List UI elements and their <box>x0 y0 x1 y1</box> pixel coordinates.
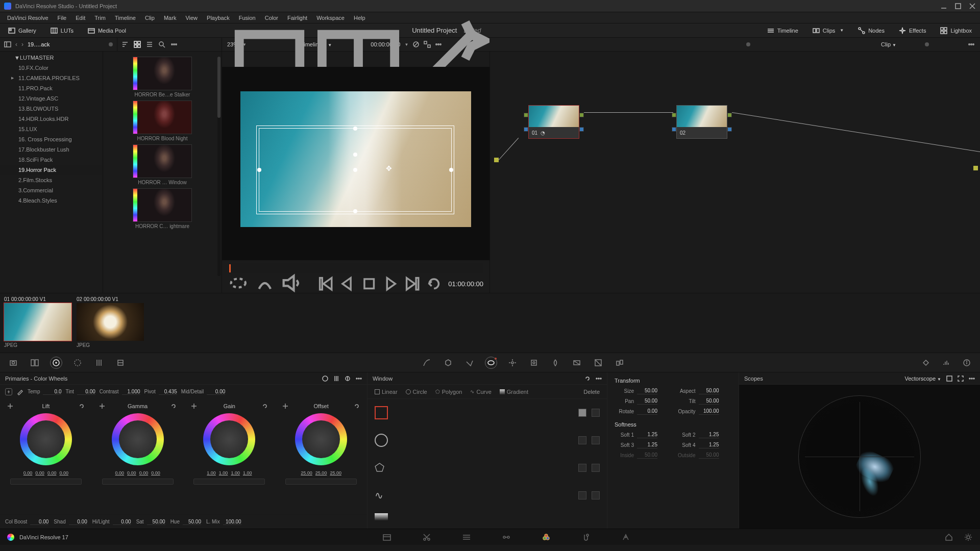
wheel-values[interactable]: 25.0025.0025.00 <box>301 470 341 475</box>
tab-curve[interactable]: ∿Curve <box>467 387 494 396</box>
reset-window-icon[interactable] <box>584 375 591 382</box>
temp-value[interactable]: 0.0 <box>43 389 61 395</box>
picker-icon[interactable] <box>7 403 13 409</box>
folder-item[interactable]: 2.Film.Stocks <box>0 175 103 185</box>
source-port[interactable] <box>494 158 499 162</box>
motion-effects-icon[interactable] <box>116 359 125 367</box>
rgb-mixer-icon[interactable] <box>95 359 103 367</box>
grid-view-icon[interactable] <box>134 41 141 48</box>
maximize-button[interactable] <box>954 3 962 10</box>
mask-toggle[interactable] <box>578 436 586 444</box>
node-out-port[interactable] <box>727 113 732 117</box>
reset-wheel-icon[interactable] <box>354 403 360 409</box>
nav-fwd-icon[interactable]: › <box>21 41 23 48</box>
effects-button[interactable]: Effects <box>896 25 929 36</box>
color-match-icon[interactable] <box>31 359 39 367</box>
output-port[interactable] <box>973 166 978 170</box>
auto-balance-icon[interactable] <box>5 388 12 395</box>
mediapool-button[interactable]: Media Pool <box>85 25 129 36</box>
scrollbar-handle[interactable] <box>217 57 220 118</box>
panel-view-icon[interactable] <box>4 41 11 48</box>
folder-item[interactable]: 18.SciFi Pack <box>0 155 103 165</box>
viewer-image[interactable]: ✥ <box>240 91 471 227</box>
node-alpha-out[interactable] <box>727 127 732 132</box>
menu-timeline[interactable]: Timeline <box>111 13 140 22</box>
jog-wheel[interactable] <box>10 479 82 485</box>
nodes-button[interactable]: Nodes <box>855 25 888 36</box>
breadcrumb[interactable]: 19.…ack <box>28 41 50 47</box>
jog-wheel[interactable] <box>285 479 357 485</box>
lightbox-button[interactable]: Lightbox <box>937 25 975 36</box>
contrast-value[interactable]: 1.000 <box>122 389 140 395</box>
menu-file[interactable]: File <box>54 13 71 22</box>
more-scopes-icon[interactable] <box>969 375 975 382</box>
colboost-value[interactable]: 0.00 <box>30 519 48 525</box>
lut-thumb[interactable]: HORROR … Window <box>133 144 192 185</box>
camera-raw-icon[interactable] <box>9 359 17 367</box>
tab-linear[interactable]: Linear <box>372 387 401 396</box>
play-icon[interactable] <box>382 275 399 292</box>
soft2-value[interactable]: 1.25 <box>699 431 719 438</box>
node-in-port[interactable] <box>524 113 528 117</box>
folder-item[interactable]: 16. Cross Processing <box>0 134 103 144</box>
soft3-value[interactable]: 1.25 <box>637 441 657 448</box>
reset-wheel-icon[interactable] <box>79 403 85 409</box>
jog-wheel[interactable] <box>102 479 174 485</box>
window-item-curve[interactable]: ∿ <box>368 482 607 509</box>
waveform-icon[interactable] <box>942 359 950 367</box>
keyframe-mode-icon[interactable] <box>922 359 930 367</box>
folder-item[interactable]: 10.FX.Color <box>0 63 103 73</box>
hilight-value[interactable]: 0.00 <box>113 519 131 525</box>
menu-clip[interactable]: Clip <box>141 13 159 22</box>
node-alpha-in[interactable] <box>524 127 528 132</box>
folder-item[interactable]: LUTMASTER <box>0 53 103 63</box>
scope-mode-dropdown[interactable]: Vectorscope ▼ <box>904 375 941 382</box>
color-warper-icon[interactable] <box>444 359 452 367</box>
color-wheel[interactable] <box>203 413 255 465</box>
picker-icon[interactable] <box>99 403 105 409</box>
wheel-values[interactable]: 0.000.000.000.00 <box>23 470 68 475</box>
loop-icon[interactable] <box>426 275 442 292</box>
scrollbar[interactable] <box>217 57 220 276</box>
bars-mode-icon[interactable] <box>333 375 339 382</box>
folder-item[interactable]: 12.Vintage.ASC <box>0 93 103 104</box>
folder-item[interactable]: 11.CAMERA.PROFILES <box>0 73 103 83</box>
lut-thumb[interactable]: HORROR Be…e Stalker <box>133 57 192 97</box>
soft4-value[interactable]: 1.25 <box>699 441 719 448</box>
mask-toggle[interactable] <box>578 464 586 472</box>
menu-davinci-resolve[interactable]: DaVinci Resolve <box>3 13 53 22</box>
hdr-wheels-icon[interactable] <box>74 359 82 367</box>
tilt-value[interactable]: 50.00 <box>699 397 719 405</box>
mask-toggle[interactable] <box>578 409 586 417</box>
color-wheels-icon[interactable] <box>52 359 60 367</box>
scrub-bar[interactable] <box>228 263 483 273</box>
color-wheel[interactable] <box>112 413 164 465</box>
luts-button[interactable]: LUTs <box>47 25 77 36</box>
prev-clip-icon[interactable] <box>317 275 334 292</box>
deliver-page-icon[interactable] <box>621 533 630 542</box>
sizing-icon[interactable] <box>594 359 602 367</box>
curves-icon[interactable] <box>423 359 431 367</box>
menu-view[interactable]: View <box>181 13 202 22</box>
wheel-values[interactable]: 1.001.001.001.00 <box>207 470 252 475</box>
tracking-icon[interactable] <box>508 359 517 367</box>
folder-item[interactable]: 4.Bleach.Styles <box>0 195 103 206</box>
power-windows-icon[interactable] <box>487 359 495 367</box>
mute-icon[interactable] <box>281 273 301 294</box>
info-icon[interactable] <box>963 359 971 367</box>
reset-view-icon[interactable] <box>228 273 249 294</box>
wipe-icon[interactable] <box>255 273 275 294</box>
log-mode-icon[interactable] <box>345 375 351 382</box>
close-button[interactable] <box>969 3 976 10</box>
clip-card[interactable]: 01 00:00:00:00 V1JPEG <box>4 296 71 349</box>
3d-icon[interactable] <box>616 359 624 367</box>
tab-polygon[interactable]: ⬠Polygon <box>432 387 465 396</box>
folder-item[interactable]: 13.BLOWOUTS <box>0 104 103 114</box>
folder-item[interactable]: 19.Horror Pack <box>0 165 103 175</box>
folder-item[interactable]: 15.LUX <box>0 124 103 134</box>
wheel-values[interactable]: 0.000.000.000.00 <box>115 470 160 475</box>
window-item-rect[interactable] <box>368 399 607 427</box>
menu-mark[interactable]: Mark <box>160 13 180 22</box>
stop-icon[interactable] <box>361 275 377 292</box>
node-graph[interactable]: 01◔ 02 <box>490 52 980 293</box>
